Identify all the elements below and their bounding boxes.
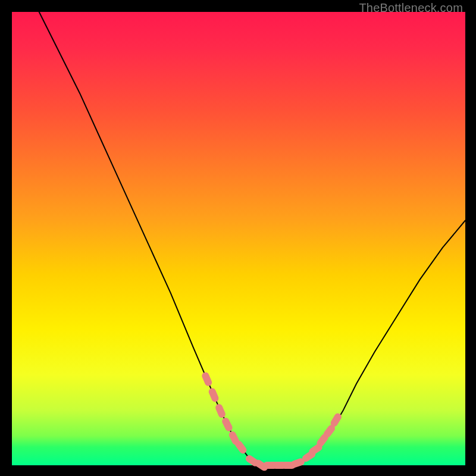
watermark-text: TheBottleneck.com bbox=[359, 1, 463, 15]
marker-group bbox=[201, 371, 343, 472]
curve-marker bbox=[208, 387, 220, 403]
plot-area bbox=[12, 12, 465, 465]
chart-svg bbox=[12, 12, 465, 465]
curve-marker bbox=[221, 416, 233, 433]
bottleneck-curve bbox=[39, 12, 465, 465]
chart-stage: TheBottleneck.com bbox=[0, 0, 476, 476]
curve-marker bbox=[201, 371, 212, 387]
curve-marker bbox=[214, 403, 226, 419]
